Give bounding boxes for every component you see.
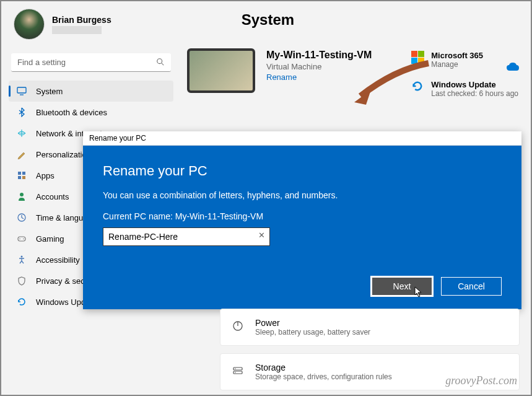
sidebar-item-label: Gaming	[36, 234, 64, 244]
svg-line-1	[162, 63, 164, 66]
card-sub: Sleep, battery usage, battery saver	[255, 328, 370, 337]
svg-point-19	[235, 372, 235, 372]
svg-rect-16	[233, 367, 242, 370]
clear-input-icon[interactable]: ✕	[258, 231, 265, 240]
tile-sub: Manage	[431, 60, 483, 69]
ms365-icon	[411, 51, 425, 64]
svg-point-8	[20, 193, 24, 196]
user-profile[interactable]: Brian Burgess	[14, 9, 111, 40]
sidebar-item-bluetooth[interactable]: Bluetooth & devices	[9, 102, 173, 123]
svg-rect-4	[18, 172, 21, 175]
svg-point-18	[235, 368, 235, 369]
accessibility-icon	[16, 254, 27, 265]
privacy-icon	[16, 275, 27, 286]
personalization-icon	[16, 149, 27, 160]
svg-rect-10	[18, 237, 25, 241]
sidebar-item-label: Apps	[36, 171, 55, 180]
rename-link[interactable]: Rename	[266, 73, 400, 82]
svg-point-13	[21, 256, 23, 258]
user-email-redacted	[52, 26, 102, 34]
user-name: Brian Burgess	[52, 15, 111, 25]
card-title: Storage	[255, 363, 392, 372]
svg-rect-2	[17, 87, 26, 93]
rename-dialog: Rename your PC Rename your PC You can us…	[83, 131, 521, 309]
tile-title: Microsoft 365	[431, 51, 483, 60]
dialog-titlebar: Rename your PC	[83, 131, 521, 146]
device-name: My-Win-11-Testing-VM	[266, 50, 400, 61]
onedrive-icon[interactable]	[506, 62, 520, 74]
svg-point-12	[23, 239, 24, 240]
search-box[interactable]	[11, 53, 171, 72]
time-icon	[16, 212, 27, 223]
cursor-icon	[414, 286, 423, 297]
accounts-icon	[16, 191, 27, 202]
svg-rect-7	[22, 176, 25, 179]
avatar	[14, 9, 45, 40]
svg-point-11	[19, 239, 20, 240]
rename-input[interactable]	[103, 227, 270, 246]
sidebar-item-label: Bluetooth & devices	[36, 108, 107, 117]
device-type: Virtual Machine	[266, 62, 400, 71]
card-sub: Storage space, drives, configuration rul…	[255, 372, 392, 381]
apps-icon	[16, 170, 27, 181]
dialog-description: You can use a combination of letters, hy…	[103, 190, 502, 200]
sidebar-item-label: Accessibility	[36, 255, 80, 265]
update-sync-icon	[411, 80, 425, 94]
dialog-title: Rename your PC	[103, 163, 502, 179]
search-input[interactable]	[11, 53, 171, 72]
network-icon	[16, 128, 27, 139]
svg-rect-6	[18, 176, 21, 179]
watermark: groovyPost.com	[445, 374, 517, 387]
tile-update[interactable]: Windows Update Last checked: 6 hours ago	[411, 80, 518, 98]
gaming-icon	[16, 233, 27, 244]
card-title: Power	[255, 318, 370, 328]
svg-rect-5	[22, 172, 25, 175]
svg-rect-17	[233, 371, 242, 374]
power-icon	[232, 320, 244, 335]
storage-icon	[232, 364, 244, 379]
sidebar-item-system[interactable]: System	[9, 81, 173, 102]
current-pc-name-label: Current PC name: My-Win-11-Testing-VM	[103, 211, 502, 221]
update-icon	[16, 296, 27, 307]
next-button[interactable]: Next	[372, 277, 432, 296]
svg-point-0	[157, 59, 162, 64]
cancel-button[interactable]: Cancel	[441, 277, 502, 296]
search-icon	[156, 58, 165, 69]
sidebar-item-label: Accounts	[36, 192, 69, 201]
device-thumbnail	[187, 48, 255, 93]
setting-card-power[interactable]: Power Sleep, battery usage, battery save…	[220, 309, 520, 346]
tile-sub: Last checked: 6 hours ago	[431, 89, 518, 98]
tile-title: Windows Update	[431, 80, 518, 89]
page-title: System	[242, 11, 294, 40]
tile-ms365[interactable]: Microsoft 365 Manage	[411, 51, 518, 69]
system-icon	[16, 86, 27, 97]
sidebar-item-label: System	[36, 87, 63, 96]
bluetooth-icon	[16, 107, 27, 118]
